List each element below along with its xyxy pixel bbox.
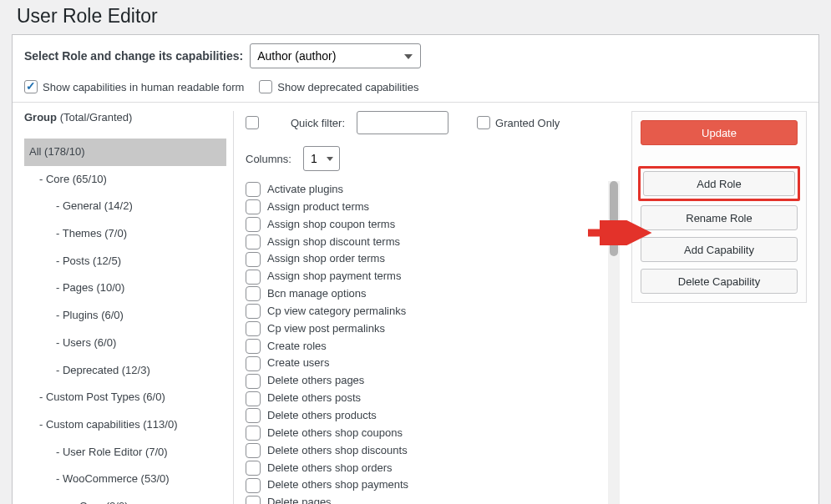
- select-all-checkbox[interactable]: [246, 116, 259, 129]
- sidebar-item[interactable]: - Pages (10/0): [24, 275, 226, 302]
- capability-checkbox[interactable]: [246, 496, 261, 504]
- capability-item: Delete others pages: [246, 372, 608, 390]
- capability-checkbox[interactable]: [246, 321, 261, 336]
- capability-label: Assign product terms: [267, 199, 369, 215]
- sidebar-item[interactable]: - WooCommerce (53/0): [24, 466, 226, 493]
- update-button[interactable]: Update: [641, 120, 798, 145]
- granted-only-label: Granted Only: [495, 117, 560, 129]
- scrollbar-thumb[interactable]: [610, 181, 618, 256]
- capability-label: Activate plugins: [267, 182, 343, 198]
- filter-row: Quick filter: Granted Only Columns: 1: [246, 111, 620, 171]
- sidebar-item[interactable]: - General (14/2): [24, 193, 226, 220]
- capability-checkbox[interactable]: [246, 478, 261, 493]
- sidebar-item[interactable]: - Posts (12/5): [24, 248, 226, 275]
- capability-item: Cp view post permalinks: [246, 320, 608, 338]
- capability-checkbox[interactable]: [246, 391, 261, 406]
- role-select-row: Select Role and change its capabilities:…: [24, 43, 807, 68]
- capability-checkbox[interactable]: [246, 374, 261, 389]
- capability-label: Delete others shop coupons: [267, 426, 403, 441]
- add-capability-button[interactable]: Add Capability: [641, 237, 798, 262]
- quick-filter-input[interactable]: [357, 111, 448, 134]
- capability-label: Bcn manage options: [267, 286, 367, 302]
- capability-checkbox[interactable]: [246, 270, 261, 285]
- capability-label: Delete others shop payments: [267, 477, 408, 493]
- group-heading-strong: Group: [24, 111, 57, 123]
- columns-select[interactable]: 1: [303, 146, 340, 171]
- capability-label: Cp view post permalinks: [267, 321, 385, 337]
- capability-label: Delete others pages: [267, 373, 364, 389]
- capability-item: Delete others shop orders: [246, 460, 608, 477]
- capability-column: Quick filter: Granted Only Columns: 1 Ac…: [233, 111, 620, 504]
- sidebar-item[interactable]: - Themes (7/0): [24, 220, 226, 248]
- capability-checkbox[interactable]: [246, 461, 261, 476]
- capability-label: Assign shop order terms: [267, 251, 385, 267]
- capability-label: Cp view category permalinks: [267, 304, 406, 320]
- role-select[interactable]: Author (author): [250, 43, 421, 68]
- page-title: User Role Editor: [0, 0, 831, 34]
- capability-checkbox[interactable]: [246, 286, 261, 301]
- capability-scrollbar[interactable]: [608, 181, 620, 504]
- capability-checkbox[interactable]: [246, 304, 261, 319]
- capability-checkbox[interactable]: [246, 339, 261, 354]
- capability-item: Delete others shop payments: [246, 476, 608, 494]
- capability-checkbox[interactable]: [246, 234, 261, 249]
- capability-item: Cp view category permalinks: [246, 303, 608, 320]
- rename-role-button[interactable]: Rename Role: [641, 205, 798, 230]
- capability-item: Activate plugins: [246, 181, 608, 199]
- capability-label: Delete pages: [267, 495, 332, 504]
- sidebar-item[interactable]: - Custom capabilities (113/0): [24, 411, 226, 439]
- deprecated-checkbox[interactable]: [259, 80, 272, 93]
- capability-checkbox[interactable]: [246, 217, 261, 232]
- capability-label: Assign shop discount terms: [267, 234, 400, 250]
- sidebar-item[interactable]: - Deprecated (12/3): [24, 357, 226, 385]
- sidebar-item[interactable]: - Core (2/0): [24, 493, 226, 504]
- add-role-highlight: Add Role: [638, 166, 800, 201]
- capability-checkbox[interactable]: [246, 356, 261, 371]
- main-panel: Select Role and change its capabilities:…: [12, 34, 819, 504]
- capability-list: Activate pluginsAssign product termsAssi…: [246, 181, 608, 504]
- capability-checkbox[interactable]: [246, 182, 261, 197]
- capability-item: Bcn manage options: [246, 285, 608, 303]
- capability-item: Delete pages: [246, 494, 608, 504]
- delete-capability-button[interactable]: Delete Capability: [641, 269, 798, 294]
- sidebar-item[interactable]: - Plugins (6/0): [24, 302, 226, 330]
- capability-checkbox[interactable]: [246, 443, 261, 458]
- options-row: Show capabilities in human readable form…: [24, 80, 807, 93]
- capability-item: Delete others shop discounts: [246, 442, 608, 460]
- capability-label: Assign shop coupon terms: [267, 217, 395, 233]
- capability-label: Delete others shop discounts: [267, 443, 408, 459]
- capability-checkbox[interactable]: [246, 252, 261, 267]
- capability-item: Assign product terms: [246, 199, 608, 216]
- capability-item: Assign shop payment terms: [246, 268, 608, 285]
- group-sidebar: Group (Total/Granted) All (178/10)- Core…: [24, 111, 233, 504]
- sidebar-item[interactable]: All (178/10): [24, 139, 226, 166]
- human-readable-checkbox[interactable]: [24, 80, 38, 93]
- capability-item: Create users: [246, 355, 608, 372]
- group-heading-paren: (Total/Granted): [60, 111, 133, 123]
- capability-label: Delete others shop orders: [267, 461, 393, 476]
- capability-label: Delete others posts: [267, 391, 361, 406]
- capability-label: Assign shop payment terms: [267, 269, 401, 285]
- capability-item: Assign shop discount terms: [246, 234, 608, 251]
- sidebar-item[interactable]: - Core (65/10): [24, 166, 226, 194]
- capability-checkbox[interactable]: [246, 199, 261, 214]
- actions-box: Update Add Role Rename Role Add Capabili…: [631, 111, 807, 303]
- capability-label: Delete others products: [267, 408, 377, 424]
- sidebar-item[interactable]: - Users (6/0): [24, 330, 226, 357]
- group-heading: Group (Total/Granted): [24, 111, 226, 123]
- human-readable-label: Show capabilities in human readable form: [43, 81, 244, 93]
- sidebar-item[interactable]: - User Role Editor (7/0): [24, 439, 226, 466]
- sidebar-item[interactable]: - Custom Post Types (6/0): [24, 384, 226, 411]
- add-role-button[interactable]: Add Role: [643, 171, 795, 196]
- select-role-label: Select Role and change its capabilities:: [24, 49, 243, 63]
- capability-checkbox[interactable]: [246, 408, 261, 423]
- granted-only-checkbox[interactable]: [477, 116, 490, 129]
- actions-column: Update Add Role Rename Role Add Capabili…: [631, 111, 807, 303]
- capability-checkbox[interactable]: [246, 426, 261, 441]
- separator: [13, 102, 818, 103]
- capability-item: Assign shop coupon terms: [246, 216, 608, 234]
- deprecated-label: Show deprecated capabilities: [277, 81, 418, 93]
- capability-item: Delete others posts: [246, 390, 608, 407]
- capability-item: Delete others shop coupons: [246, 425, 608, 442]
- capability-item: Delete others products: [246, 407, 608, 425]
